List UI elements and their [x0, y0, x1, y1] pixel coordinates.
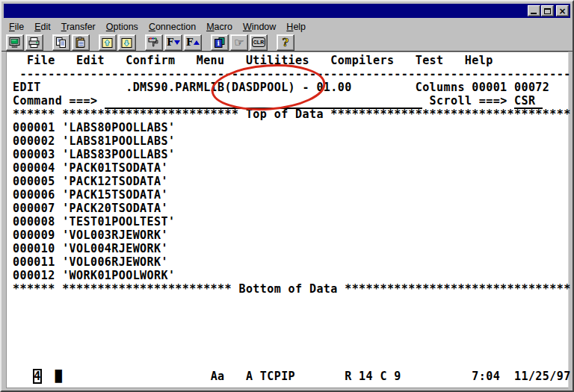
minimize-button[interactable] [528, 5, 540, 16]
minimize-icon [531, 13, 537, 14]
monitor-icon [8, 37, 22, 49]
paste-button[interactable] [72, 34, 90, 51]
terminal-row[interactable]: EDIT .DMS90.PARMLIB(DASDPOOL) - 01.00 Co… [13, 81, 568, 94]
colors-setup-button[interactable] [145, 34, 163, 51]
close-icon: × [558, 7, 566, 15]
terminal-row[interactable]: 000011 'VOL006RJEWORK' [13, 255, 568, 269]
terminal-row[interactable]: 000010 'VOL004RJEWORK' [13, 242, 568, 255]
menu-transfer[interactable]: Transfer [56, 20, 101, 34]
oia-segment: Aa A TCPIP R 14 C 9 7:04 11/25/97 [62, 370, 570, 383]
terminal-row[interactable]: ****** ************************ Bottom o… [13, 282, 568, 296]
terminal-content: File Edit Confirm Menu Utilities Compile… [7, 52, 568, 296]
info-icon: i [213, 37, 226, 49]
font-letter: F [167, 37, 173, 48]
terminal-row[interactable]: 000004 'PACK01TSODATA' [13, 161, 568, 175]
hotspot-hand-button[interactable]: ☞ [230, 34, 248, 51]
menu-file[interactable]: File [4, 20, 29, 34]
index-info-button[interactable]: i [211, 34, 229, 51]
help-button[interactable]: ? [277, 34, 294, 51]
receive-file-button[interactable] [118, 34, 136, 51]
font-letter: F [186, 37, 193, 48]
terminal-row[interactable]: Command ===> Scroll ===> CSR [13, 94, 568, 108]
folder-down-arrow-icon [120, 37, 134, 49]
svg-text:i: i [217, 40, 220, 47]
menu-window[interactable]: Window [238, 20, 281, 34]
menu-connection[interactable]: Connection [144, 20, 201, 34]
menu-macro[interactable]: Macro [201, 20, 238, 34]
terminal-row[interactable]: 000002 'LABS81POOLLABS' [13, 134, 568, 148]
maximize-icon [544, 8, 551, 14]
up-triangle-icon [194, 40, 200, 45]
down-triangle-icon [174, 40, 180, 45]
toolbar: F F i ☞ CLR ? [1, 34, 573, 52]
print-button[interactable] [25, 34, 43, 51]
menu-help[interactable]: Help [281, 20, 311, 34]
terminal-row[interactable]: 000012 'WORK01POOLWORK' [13, 269, 568, 282]
terminal-row[interactable]: 000007 'PACK20TSODATA' [13, 202, 568, 215]
copy-icon [55, 37, 68, 49]
terminal-row[interactable]: ****** ************************* Top of … [13, 108, 568, 121]
terminal-row[interactable]: 000005 'PACK12TSODATA' [13, 175, 568, 188]
send-file-button[interactable] [99, 34, 117, 51]
terminal-row[interactable]: 000001 'LABS80POOLLABS' [13, 121, 568, 134]
title-bar: × [4, 4, 570, 18]
connect-session-button[interactable] [6, 34, 24, 51]
emulator-window: × FileEditTransferOptionsConnectionMacro… [0, 0, 574, 392]
menu-options[interactable]: Options [101, 20, 144, 34]
session-indicator: 4 [34, 370, 40, 383]
menu-bar: FileEditTransferOptionsConnectionMacroWi… [4, 19, 570, 34]
printer-icon [28, 37, 41, 49]
folder-up-arrow-icon [101, 37, 114, 49]
terminal-row[interactable]: 000006 'PACK15TSODATA' [13, 188, 568, 202]
oia-segment: █ [55, 370, 62, 383]
paint-roller-icon [147, 37, 161, 49]
font-decrease-button[interactable]: F [164, 34, 182, 51]
terminal-screen[interactable]: File Edit Confirm Menu Utilities Compile… [6, 52, 569, 388]
terminal-row[interactable]: File Edit Confirm Menu Utilities Compile… [13, 54, 568, 67]
clipboard-icon [74, 37, 87, 49]
oia-segment [41, 370, 55, 383]
svg-text:?: ? [283, 37, 289, 49]
terminal-row[interactable]: 000008 'TEST01POOLTEST' [13, 215, 568, 228]
status-bar: 4 █ Aa A TCPIP R 14 C 9 7:04 11/25/97 [13, 370, 571, 383]
terminal-row[interactable]: 000009 'VOL003RJEWORK' [13, 228, 568, 242]
clr-icon: CLR [252, 37, 265, 47]
question-mark-icon: ? [279, 37, 292, 49]
menu-edit[interactable]: Edit [29, 20, 56, 34]
pointing-hand-icon: ☞ [234, 36, 244, 49]
terminal-row[interactable]: 000003 'LABS83POOLLABS' [13, 148, 568, 161]
clear-screen-button[interactable]: CLR [250, 34, 268, 51]
copy-button[interactable] [52, 34, 70, 51]
close-button[interactable]: × [556, 5, 569, 16]
font-increase-button[interactable]: F [184, 34, 202, 51]
terminal-row[interactable]: ----------------------------------------… [13, 67, 568, 81]
maximize-button[interactable] [541, 5, 554, 16]
oia-segment [13, 370, 34, 383]
